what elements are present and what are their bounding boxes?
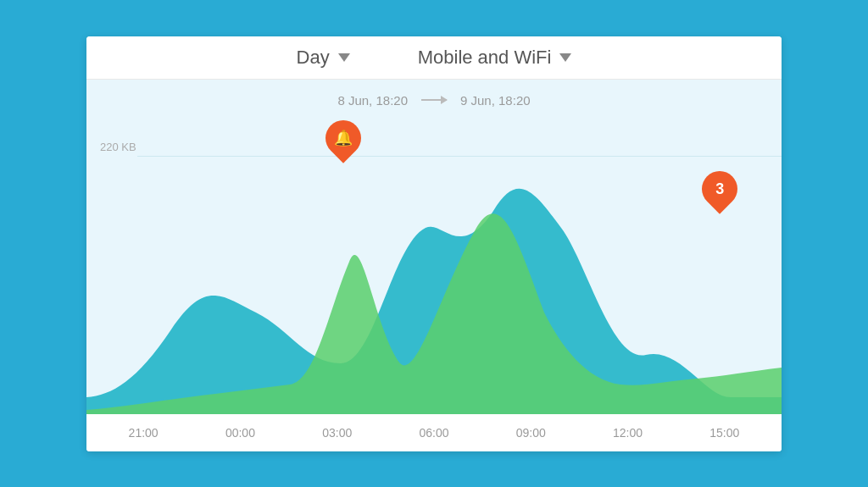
network-label: Mobile and WiFi <box>418 47 552 69</box>
bell-pin: 🔔 <box>326 120 361 156</box>
date-range: 8 Jun, 18:20 9 Jun, 18:20 <box>86 80 782 114</box>
date-start: 8 Jun, 18:20 <box>337 93 408 108</box>
period-dropdown-arrow <box>338 53 350 62</box>
number-pin-bubble: 3 <box>694 163 744 213</box>
time-tick-6: 15:00 <box>676 426 773 440</box>
scale-label: 220 KB <box>100 141 136 153</box>
date-range-arrow <box>421 99 447 101</box>
main-card: Day Mobile and WiFi 8 Jun, 18:20 9 Jun, … <box>86 36 782 451</box>
time-tick-2: 03:00 <box>289 426 386 440</box>
period-label: Day <box>297 47 330 69</box>
time-tick-3: 06:00 <box>386 426 482 440</box>
scale-line <box>137 156 782 157</box>
time-tick-5: 12:00 <box>579 426 676 440</box>
bell-icon: 🔔 <box>334 129 353 147</box>
time-axis: 21:00 00:00 03:00 06:00 09:00 12:00 15:0… <box>86 414 782 451</box>
toolbar: Day Mobile and WiFi <box>86 36 782 80</box>
date-end: 9 Jun, 18:20 <box>460 93 531 108</box>
time-tick-1: 00:00 <box>192 426 288 440</box>
network-dropdown[interactable]: Mobile and WiFi <box>418 47 572 69</box>
chart-area: 8 Jun, 18:20 9 Jun, 18:20 220 KB 🔔 3 21 <box>86 80 782 451</box>
number-pin: 3 <box>702 171 737 207</box>
area-chart <box>86 160 782 414</box>
bell-pin-bubble: 🔔 <box>319 113 369 163</box>
period-dropdown[interactable]: Day <box>297 47 350 69</box>
time-tick-0: 21:00 <box>95 426 192 440</box>
network-dropdown-arrow <box>559 53 571 62</box>
pin-count: 3 <box>715 180 724 197</box>
time-tick-4: 09:00 <box>482 426 579 440</box>
